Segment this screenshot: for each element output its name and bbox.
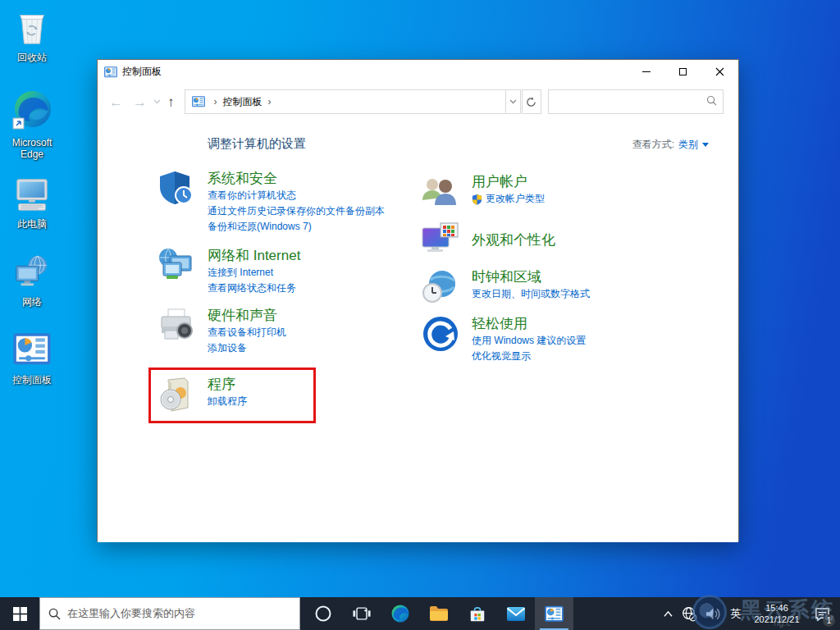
search-icon xyxy=(48,608,61,620)
maximize-button[interactable] xyxy=(664,60,701,84)
desktop-icon-label: 网络 xyxy=(22,296,42,308)
desktop-icon-this-pc[interactable]: 此电脑 xyxy=(2,175,62,230)
system-security-icon xyxy=(157,169,196,208)
category-hardware-sound: 硬件和声音 查看设备和打印机 添加设备 xyxy=(157,306,421,356)
user-accounts-icon xyxy=(421,172,460,212)
window-toolbar: ← → ↑ › 控制面板 › xyxy=(98,84,738,120)
desktop-icon-label: 回收站 xyxy=(17,52,47,63)
category-title[interactable]: 用户帐户 xyxy=(472,174,527,189)
tray-ime-indicator[interactable]: 英 xyxy=(725,597,746,630)
category-title[interactable]: 时钟和区域 xyxy=(472,269,541,285)
window-title: 控制面板 xyxy=(122,65,162,79)
address-bar[interactable]: › 控制面板 › xyxy=(185,89,506,114)
window-search-input[interactable] xyxy=(549,96,706,107)
network-internet-icon xyxy=(157,246,196,285)
category-title[interactable]: 网络和 Internet xyxy=(208,248,300,263)
address-dropdown-button[interactable] xyxy=(506,89,521,114)
category-link[interactable]: 使用 Windows 建议的设置 xyxy=(472,333,586,349)
category-link[interactable]: 通过文件历史记录保存你的文件备份副本 xyxy=(208,203,385,219)
this-pc-icon xyxy=(13,175,51,216)
category-link[interactable]: 连接到 Internet xyxy=(208,265,300,281)
view-by-label: 查看方式: xyxy=(632,138,674,152)
tray-show-hidden-icons-button[interactable] xyxy=(659,597,678,630)
minimize-button[interactable] xyxy=(628,60,664,84)
notification-badge: 1 xyxy=(823,614,835,627)
close-button[interactable] xyxy=(701,60,738,84)
desktop-icon-label: 此电脑 xyxy=(17,218,47,230)
tray-network-button[interactable] xyxy=(678,597,701,630)
category-link-label: 更改帐户类型 xyxy=(486,191,545,207)
microsoft-store-icon xyxy=(468,605,486,623)
category-system-security: 系统和安全 查看你的计算机状态 通过文件历史记录保存你的文件备份副本 备份和还原… xyxy=(157,169,421,235)
windows-logo-icon xyxy=(13,607,27,621)
start-button[interactable] xyxy=(0,597,39,630)
task-view-icon xyxy=(353,605,371,622)
tray-time: 15:46 xyxy=(765,602,788,614)
category-link-uninstall-program[interactable]: 卸载程序 xyxy=(208,394,247,409)
category-link-change-account-type[interactable]: 更改帐户类型 xyxy=(472,191,545,207)
action-center-button[interactable]: 1 xyxy=(807,597,837,630)
desktop-icon-control-panel[interactable]: 控制面板 xyxy=(2,331,62,386)
recent-pages-dropdown[interactable] xyxy=(152,98,162,106)
category-link[interactable]: 查看网络状态和任务 xyxy=(208,281,300,296)
taskbar-search-box[interactable]: 在这里输入你要搜索的内容 xyxy=(39,597,300,630)
uac-shield-icon xyxy=(472,194,482,205)
close-icon xyxy=(715,67,724,76)
desktop-icon-label: 控制面板 xyxy=(12,374,52,386)
up-button[interactable]: ↑ xyxy=(162,94,181,111)
category-title[interactable]: 外观和个性化 xyxy=(472,232,555,248)
desktop-icon-recycle-bin[interactable]: 回收站 xyxy=(2,8,62,63)
category-link[interactable]: 查看你的计算机状态 xyxy=(208,188,385,203)
hardware-sound-icon xyxy=(157,306,196,345)
control-panel-icon xyxy=(13,331,51,372)
search-icon xyxy=(706,94,717,109)
appearance-icon xyxy=(421,220,460,259)
taskbar-store-button[interactable] xyxy=(458,597,496,630)
taskbar-control-panel-button[interactable] xyxy=(535,597,573,630)
forward-button[interactable]: → xyxy=(128,94,152,111)
desktop-icon-network[interactable]: 网络 xyxy=(2,253,62,308)
ease-of-access-icon xyxy=(421,314,460,354)
back-button[interactable]: ← xyxy=(104,94,128,111)
refresh-button[interactable] xyxy=(522,89,541,114)
edge-icon xyxy=(11,89,53,135)
clock-region-icon xyxy=(421,267,460,307)
breadcrumb[interactable]: 控制面板 xyxy=(223,95,262,109)
category-link[interactable]: 备份和还原(Windows 7) xyxy=(208,219,385,235)
mail-icon xyxy=(506,606,526,622)
taskbar-cortana-button[interactable] xyxy=(304,597,342,630)
category-user-accounts: 用户帐户 更改帐户类型 xyxy=(421,172,692,212)
category-network-internet: 网络和 Internet 连接到 Internet 查看网络状态和任务 xyxy=(157,246,421,296)
category-clock-region: 时钟和区域 更改日期、时间或数字格式 xyxy=(421,267,692,307)
speaker-icon xyxy=(705,607,721,621)
taskbar-task-view-button[interactable] xyxy=(342,597,381,630)
category-appearance-personalization: 外观和个性化 xyxy=(421,220,692,259)
category-title[interactable]: 程序 xyxy=(208,377,235,392)
tray-clock[interactable]: 15:46 2021/12/21 xyxy=(746,597,807,630)
network-offline-icon xyxy=(682,606,697,622)
category-link[interactable]: 优化视觉显示 xyxy=(472,349,586,364)
category-link[interactable]: 查看设备和打印机 xyxy=(208,325,286,340)
category-link[interactable]: 添加设备 xyxy=(208,340,286,356)
taskbar-file-explorer-button[interactable] xyxy=(419,597,458,630)
maximize-icon xyxy=(679,68,687,75)
edge-icon xyxy=(390,604,410,623)
taskbar-edge-button[interactable] xyxy=(381,597,419,630)
taskbar: 在这里输入你要搜索的内容 xyxy=(0,597,840,630)
category-title[interactable]: 轻松使用 xyxy=(472,316,527,331)
window-search-box[interactable] xyxy=(548,89,724,114)
minimize-icon xyxy=(642,71,651,72)
taskbar-mail-button[interactable] xyxy=(496,597,535,630)
window-content: 调整计算机的设置 查看方式: 类别 系统和安全 xyxy=(98,120,738,542)
desktop-icon-microsoft-edge[interactable]: Microsoft Edge xyxy=(2,89,62,160)
tray-volume-button[interactable] xyxy=(701,597,725,630)
desktop-icon-label: Microsoft Edge xyxy=(2,137,62,160)
chevron-down-icon[interactable] xyxy=(702,143,709,147)
view-by-value[interactable]: 类别 xyxy=(678,138,698,152)
category-title[interactable]: 硬件和声音 xyxy=(208,308,277,323)
refresh-icon xyxy=(526,97,536,107)
category-ease-of-access: 轻松使用 使用 Windows 建议的设置 优化视觉显示 xyxy=(421,314,692,364)
category-title[interactable]: 系统和安全 xyxy=(208,171,277,186)
category-link[interactable]: 更改日期、时间或数字格式 xyxy=(472,286,590,302)
control-panel-window: 控制面板 ← → ↑ › 控制面板 › xyxy=(97,59,739,541)
